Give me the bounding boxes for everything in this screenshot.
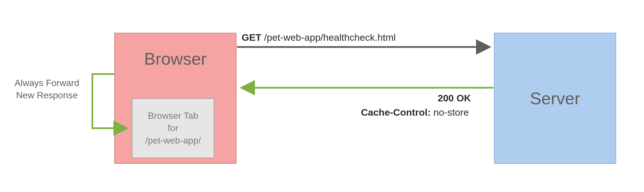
forward-note: Always Forward New Response bbox=[6, 77, 88, 101]
browser-box: Browser Browser Tab for /pet-web-app/ bbox=[114, 33, 236, 164]
response-status: 200 OK bbox=[438, 93, 471, 104]
browser-tab-line1: Browser Tab bbox=[148, 110, 198, 122]
browser-tab-line3: /pet-web-app/ bbox=[145, 134, 201, 147]
response-header-name: Cache-Control: bbox=[361, 107, 431, 118]
browser-tab-line2: for bbox=[168, 122, 178, 134]
request-method: GET bbox=[242, 32, 261, 43]
response-header-value: no-store bbox=[431, 107, 469, 118]
forward-note-line1: Always Forward bbox=[6, 77, 88, 89]
browser-title: Browser bbox=[115, 49, 236, 69]
diagram-stage: Browser Browser Tab for /pet-web-app/ Se… bbox=[0, 0, 644, 192]
request-label: GET /pet-web-app/healthcheck.html bbox=[242, 32, 396, 43]
server-title: Server bbox=[530, 89, 580, 108]
forward-note-line2: New Response bbox=[6, 89, 88, 101]
server-box: Server bbox=[494, 33, 616, 164]
browser-tab-box: Browser Tab for /pet-web-app/ bbox=[132, 98, 214, 158]
response-cache-header: Cache-Control: no-store bbox=[361, 107, 469, 118]
request-path: /pet-web-app/healthcheck.html bbox=[261, 32, 396, 43]
